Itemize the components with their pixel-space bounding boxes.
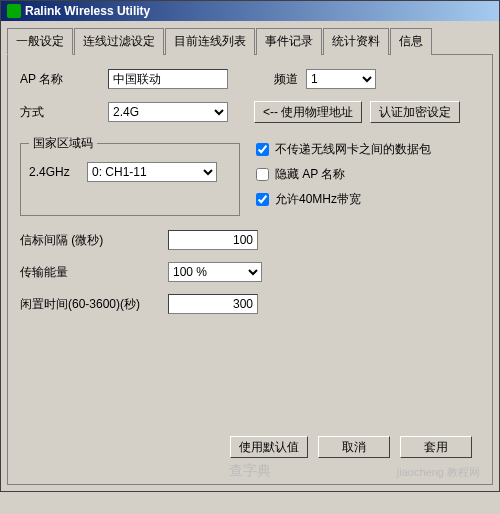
ap-name-label: AP 名称	[20, 71, 100, 88]
beacon-input[interactable]	[168, 230, 258, 250]
ap-name-input[interactable]	[108, 69, 228, 89]
use-mac-button[interactable]: <-- 使用物理地址	[254, 101, 362, 123]
no-relay-input[interactable]	[256, 143, 269, 156]
apply-button[interactable]: 套用	[400, 436, 472, 458]
auth-settings-button[interactable]: 认证加密设定	[370, 101, 460, 123]
mode-label: 方式	[20, 104, 100, 121]
mode-select[interactable]: 2.4G	[108, 102, 228, 122]
hide-ap-input[interactable]	[256, 168, 269, 181]
tab-stats[interactable]: 统计资料	[323, 28, 389, 55]
region-group: 国家区域码 2.4GHz 0: CH1-11	[20, 135, 240, 216]
tab-events[interactable]: 事件记录	[256, 28, 322, 55]
window: Ralink Wireless Utility 一般设定 连线过滤设定 目前连线…	[0, 0, 500, 492]
tab-strip: 一般设定 连线过滤设定 目前连线列表 事件记录 统计资料 信息	[7, 27, 493, 55]
options-group: 不传递无线网卡之间的数据包 隐藏 AP 名称 允许40MHz带宽	[256, 135, 431, 216]
txpower-select[interactable]: 100 %	[168, 262, 262, 282]
allow-40mhz-input[interactable]	[256, 193, 269, 206]
titlebar: Ralink Wireless Utility	[1, 1, 499, 21]
band24-label: 2.4GHz	[29, 165, 79, 179]
panel-general: AP 名称 频道 1 方式 2.4G <-- 使用物理地址 认证加密设定	[7, 55, 493, 485]
watermark: 查字典	[8, 462, 492, 480]
button-row: 使用默认值 取消 套用	[230, 436, 472, 458]
no-relay-checkbox[interactable]: 不传递无线网卡之间的数据包	[256, 141, 431, 158]
tab-general[interactable]: 一般设定	[7, 28, 73, 55]
txpower-label: 传输能量	[20, 264, 160, 281]
allow-40mhz-checkbox[interactable]: 允许40MHz带宽	[256, 191, 431, 208]
watermark-right: jiaocheng 教程网	[397, 465, 480, 480]
region-legend: 国家区域码	[29, 135, 97, 152]
cancel-button[interactable]: 取消	[318, 436, 390, 458]
idle-input[interactable]	[168, 294, 258, 314]
tab-filter[interactable]: 连线过滤设定	[74, 28, 164, 55]
app-icon	[7, 4, 21, 18]
channel-select[interactable]: 1	[306, 69, 376, 89]
beacon-label: 信标间隔 (微秒)	[20, 232, 160, 249]
client-area: 一般设定 连线过滤设定 目前连线列表 事件记录 统计资料 信息 AP 名称 频道…	[1, 21, 499, 491]
idle-label: 闲置时间(60-3600)(秒)	[20, 296, 160, 313]
band24-select[interactable]: 0: CH1-11	[87, 162, 217, 182]
hide-ap-checkbox[interactable]: 隐藏 AP 名称	[256, 166, 431, 183]
tab-connections[interactable]: 目前连线列表	[165, 28, 255, 55]
channel-label: 频道	[274, 71, 298, 88]
window-title: Ralink Wireless Utility	[25, 4, 150, 18]
defaults-button[interactable]: 使用默认值	[230, 436, 308, 458]
tab-info[interactable]: 信息	[390, 28, 432, 55]
